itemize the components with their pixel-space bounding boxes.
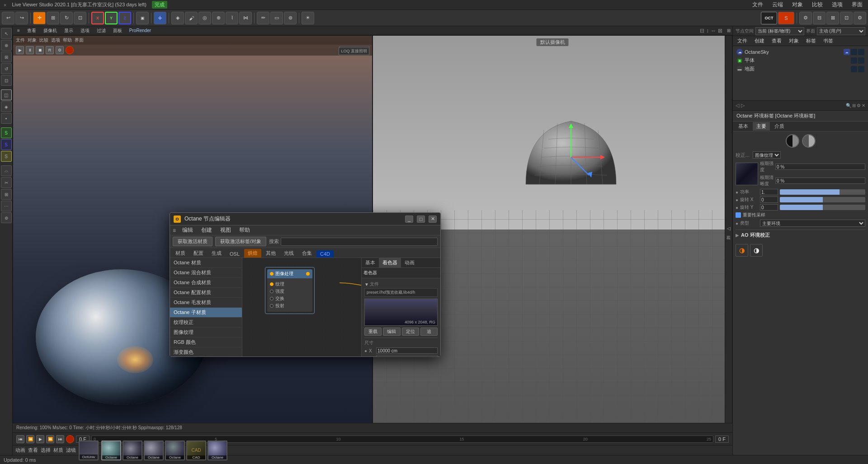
light-btn[interactable]: ☀: [302, 12, 314, 24]
viewer-view[interactable]: 查看: [24, 27, 39, 34]
undo-btn[interactable]: ↩: [2, 12, 14, 24]
env-panel-fwd[interactable]: ▷: [741, 103, 745, 108]
sidebar-move[interactable]: ⊕: [1, 40, 12, 51]
viewer-filter[interactable]: 过滤: [94, 27, 108, 34]
menu-interface[interactable]: 界面: [850, 0, 864, 9]
lv-toolbar-btn5[interactable]: ⚙: [56, 46, 64, 54]
env-importance-check[interactable]: [736, 212, 741, 218]
menu-object[interactable]: 对象: [790, 0, 805, 9]
timeline-next-btn[interactable]: ⏩: [46, 435, 54, 443]
env-settings-icon[interactable]: ⚙: [857, 103, 861, 108]
mat-item-octane[interactable]: Octane 材质: [170, 258, 242, 268]
dialog-maximize-btn[interactable]: □: [417, 216, 425, 223]
fetch-active-tag-btn[interactable]: 获取激活标签/对象: [215, 237, 266, 246]
menu-options[interactable]: 选项: [830, 0, 844, 9]
bottom-view[interactable]: 查看: [28, 447, 38, 454]
settings1[interactable]: ⚙: [799, 12, 812, 24]
sidebar-bridge[interactable]: ⋯: [1, 201, 12, 211]
sidebar-cursor[interactable]: ↖: [1, 28, 12, 39]
poly-btn[interactable]: ◈: [171, 12, 184, 24]
dialog-minimize-btn[interactable]: _: [405, 216, 413, 223]
port-strength-dot[interactable]: [270, 290, 274, 293]
redo-btn[interactable]: ↪: [15, 12, 28, 24]
sidebar-extrude[interactable]: ⊞: [1, 189, 12, 200]
sidebar-rotate[interactable]: ↺: [1, 63, 12, 74]
lv-record-btn[interactable]: [66, 46, 74, 54]
tree-item-body[interactable]: ▣ 平体: [735, 56, 866, 65]
env-tab-main[interactable]: 主要: [753, 122, 770, 131]
vp-icon1[interactable]: ⊟: [700, 28, 704, 34]
env-power-slider[interactable]: [780, 189, 865, 195]
env-close-icon[interactable]: ✕: [862, 103, 865, 108]
mat-item-gradient[interactable]: 渐变颜色: [170, 347, 242, 356]
thumb-5[interactable]: Octane: [208, 441, 227, 460]
lv-options[interactable]: 比较: [39, 37, 48, 43]
node-tab-c4d[interactable]: C4D: [316, 250, 334, 258]
dialog-menu-help[interactable]: 帮助: [237, 225, 252, 235]
om-view[interactable]: 查看: [770, 37, 783, 45]
sidebar-point[interactable]: •: [1, 113, 12, 124]
thumb-1[interactable]: Octane: [101, 441, 121, 460]
env-ao-expand[interactable]: ▶: [736, 233, 739, 238]
move-btn[interactable]: ✛: [33, 12, 46, 24]
port-swap-dot[interactable]: [270, 297, 274, 300]
vp-icon4[interactable]: ⊠: [718, 28, 722, 34]
vp-icon2[interactable]: ↕: [706, 28, 709, 34]
env-sample-r-val[interactable]: [775, 164, 865, 170]
octane-settings-btn[interactable]: S: [778, 12, 794, 24]
menu-compare[interactable]: 比较: [810, 0, 825, 9]
node-image-process[interactable]: 图像处理 纹理 强度 交换: [265, 267, 315, 314]
thumb-2[interactable]: Octane: [123, 441, 142, 460]
menu-cloud[interactable]: 云端: [770, 0, 785, 9]
mat-item-image[interactable]: 图像纹理: [170, 328, 242, 337]
lv-interface2[interactable]: 界面: [75, 37, 84, 43]
mat-item-hair[interactable]: Octane 毛发材质: [170, 298, 242, 308]
axis-x-btn[interactable]: X: [91, 12, 104, 24]
env-tab-medium[interactable]: 介质: [771, 122, 788, 131]
settings4[interactable]: ⊡: [840, 12, 853, 24]
sidebar-s1[interactable]: S: [1, 127, 12, 138]
mat-item-rgb[interactable]: RGB 颜色: [170, 337, 242, 347]
sidebar-s2[interactable]: S: [1, 139, 12, 150]
node-tab-other[interactable]: 其他: [262, 249, 279, 258]
props-file-path[interactable]: preset://hd预览收藏.lib4d/h: [364, 288, 438, 297]
size-y-input[interactable]: [376, 355, 438, 356]
env-type-select[interactable]: 主要环境: [760, 220, 865, 227]
floor-check1[interactable]: [851, 66, 857, 72]
sky-check1[interactable]: [851, 49, 857, 55]
body-check2[interactable]: [858, 57, 864, 64]
viewer-prorender[interactable]: ProRender: [127, 28, 154, 33]
node-tab-config[interactable]: 配置: [190, 249, 207, 258]
timeline-play-btn[interactable]: ▶: [36, 435, 44, 443]
node-tab-generate[interactable]: 生成: [208, 249, 225, 258]
floor-check2[interactable]: [858, 66, 864, 72]
thumb-cad[interactable]: CAD CAD: [186, 441, 206, 460]
menu-file[interactable]: 文件: [750, 0, 765, 9]
env-offsety-val[interactable]: [760, 204, 778, 211]
node-space-select[interactable]: 当前 (标签/物理): [755, 27, 804, 35]
port-cast-dot[interactable]: [270, 304, 274, 308]
sidebar-weld[interactable]: ⊚: [1, 212, 12, 223]
thumb-4[interactable]: Octane: [165, 441, 185, 460]
env-tab-basic[interactable]: 基本: [735, 122, 752, 131]
sky-tag[interactable]: ☁: [844, 49, 850, 55]
env-octane-btn2[interactable]: ◑: [750, 244, 763, 257]
env-sample-preview[interactable]: [736, 163, 758, 185]
lv-help[interactable]: 帮助: [63, 37, 72, 43]
bottom-filter[interactable]: 滤镜: [66, 447, 76, 454]
node-tab-light[interactable]: 光线: [280, 249, 297, 258]
mat-item-sub[interactable]: Octane 子材质: [170, 308, 242, 318]
sculpt-btn[interactable]: ◎: [198, 12, 211, 24]
sidebar-axis[interactable]: ⊡: [1, 75, 12, 86]
sidebar-edge[interactable]: ◈: [1, 101, 12, 112]
bottom-object[interactable]: 选择: [41, 447, 51, 454]
mat-item-config[interactable]: Octane 配置材质: [170, 288, 242, 298]
select-btn[interactable]: ▭: [270, 12, 283, 24]
props-tab-anim[interactable]: 动画: [401, 258, 418, 267]
env-half-circle-right[interactable]: [802, 134, 816, 148]
vp-icon3[interactable]: ↔: [711, 28, 716, 34]
btn-locate[interactable]: 定位: [402, 328, 419, 336]
interface-select[interactable]: 主动 (用户): [817, 27, 866, 35]
transform-btn[interactable]: ⊡: [74, 12, 86, 24]
env-offsetx-slider[interactable]: [780, 197, 865, 202]
